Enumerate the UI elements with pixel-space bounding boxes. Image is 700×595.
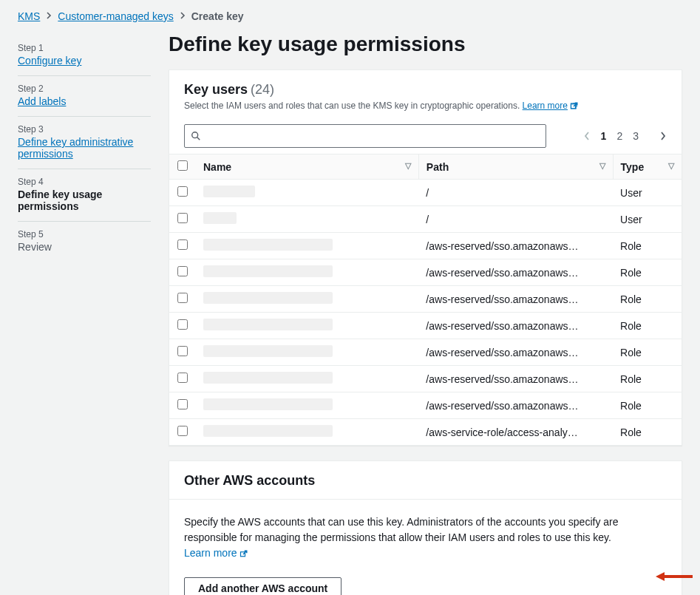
cell-type: Role xyxy=(613,339,682,366)
row-checkbox[interactable] xyxy=(177,213,188,223)
cell-path: /aws-reserved/sso.amazonaws… xyxy=(418,392,613,419)
step-1[interactable]: Step 1Configure key xyxy=(18,35,151,76)
table-row: /aws-reserved/sso.amazonaws…Role xyxy=(169,286,682,313)
row-checkbox[interactable] xyxy=(177,373,188,383)
row-checkbox[interactable] xyxy=(177,319,188,330)
other-accounts-learn-more-link[interactable]: Learn more xyxy=(184,545,248,561)
table-row: /aws-reserved/sso.amazonaws…Role xyxy=(169,392,682,419)
redacted-name xyxy=(203,345,333,357)
redacted-name xyxy=(203,398,333,410)
page-title: Define key usage permissions xyxy=(169,33,682,56)
sort-icon: ▽ xyxy=(599,161,605,171)
chevron-right-icon xyxy=(180,11,186,22)
cell-name xyxy=(196,339,418,366)
other-accounts-panel: Other AWS accounts Specify the AWS accou… xyxy=(169,460,682,595)
pagination-prev[interactable] xyxy=(583,131,591,141)
key-users-learn-more-link[interactable]: Learn more xyxy=(523,101,579,111)
cell-name xyxy=(196,233,418,259)
cell-path: /aws-reserved/sso.amazonaws… xyxy=(418,286,613,313)
row-checkbox[interactable] xyxy=(177,346,188,356)
chevron-right-icon xyxy=(659,131,667,141)
svg-point-3 xyxy=(192,132,198,138)
cell-path: /aws-reserved/sso.amazonaws… xyxy=(418,233,613,259)
step-title[interactable]: Configure key xyxy=(18,55,151,67)
column-path[interactable]: Path▽ xyxy=(418,154,613,180)
row-checkbox[interactable] xyxy=(177,186,188,197)
cell-name xyxy=(196,419,418,446)
step-title[interactable]: Define key administrative permissions xyxy=(18,136,151,160)
page-3[interactable]: 3 xyxy=(633,130,639,142)
step-2[interactable]: Step 2Add labels xyxy=(18,76,151,117)
column-type[interactable]: Type▽ xyxy=(613,154,682,180)
step-label: Step 1 xyxy=(18,43,151,53)
table-row: /aws-reserved/sso.amazonaws…Role xyxy=(169,339,682,366)
pagination: 123 xyxy=(583,130,667,142)
add-aws-account-button[interactable]: Add another AWS account xyxy=(184,577,341,595)
select-all-checkbox[interactable] xyxy=(177,160,188,171)
step-label: Step 4 xyxy=(18,177,151,187)
row-checkbox[interactable] xyxy=(177,426,188,436)
cell-path: / xyxy=(418,180,613,206)
search-input[interactable] xyxy=(201,130,540,142)
cell-type: User xyxy=(613,206,682,233)
cell-name xyxy=(196,259,418,286)
redacted-name xyxy=(203,292,333,304)
step-title: Review xyxy=(18,241,151,253)
step-title[interactable]: Add labels xyxy=(18,95,151,107)
cell-name xyxy=(196,286,418,313)
redacted-name xyxy=(203,265,333,277)
svg-line-4 xyxy=(197,137,200,140)
chevron-left-icon xyxy=(583,131,591,141)
search-icon xyxy=(191,131,201,141)
cell-type: Role xyxy=(613,233,682,259)
row-checkbox[interactable] xyxy=(177,293,188,303)
key-users-count: (24) xyxy=(251,82,274,97)
redacted-name xyxy=(203,212,237,224)
breadcrumb-customer-managed-keys[interactable]: Customer-managed keys xyxy=(58,10,173,22)
cell-type: Role xyxy=(613,392,682,419)
redacted-name xyxy=(203,372,333,384)
breadcrumb-current: Create key xyxy=(191,10,244,22)
row-checkbox[interactable] xyxy=(177,399,188,409)
row-checkbox[interactable] xyxy=(177,239,188,250)
cell-type: Role xyxy=(613,286,682,313)
cell-path: /aws-reserved/sso.amazonaws… xyxy=(418,339,613,366)
wizard-sidebar: Step 1Configure keyStep 2Add labelsStep … xyxy=(18,30,151,595)
page-1[interactable]: 1 xyxy=(601,130,607,142)
redacted-name xyxy=(203,425,333,437)
redacted-name xyxy=(203,186,255,197)
search-input-wrap[interactable] xyxy=(184,124,546,148)
page-2[interactable]: 2 xyxy=(616,130,622,142)
cell-type: Role xyxy=(613,259,682,286)
external-link-icon xyxy=(570,101,579,110)
pagination-next[interactable] xyxy=(659,131,667,141)
step-label: Step 2 xyxy=(18,84,151,94)
cell-name xyxy=(196,206,418,233)
breadcrumb-kms[interactable]: KMS xyxy=(18,10,40,22)
learn-more-label: Learn more xyxy=(184,545,237,561)
sort-icon: ▽ xyxy=(405,161,411,171)
table-row: /aws-reserved/sso.amazonaws…Role xyxy=(169,233,682,259)
step-title: Define key usage permissions xyxy=(18,188,151,212)
cell-name xyxy=(196,392,418,419)
table-row: /aws-reserved/sso.amazonaws…Role xyxy=(169,366,682,392)
column-name[interactable]: Name▽ xyxy=(196,154,418,180)
table-row: /aws-service-role/access-analy…Role xyxy=(169,419,682,446)
cell-path: /aws-reserved/sso.amazonaws… xyxy=(418,313,613,339)
row-checkbox[interactable] xyxy=(177,266,188,276)
cell-type: Role xyxy=(613,313,682,339)
redacted-name xyxy=(203,239,333,251)
learn-more-label: Learn more xyxy=(523,101,568,111)
redacted-name xyxy=(203,319,333,330)
table-row: /aws-reserved/sso.amazonaws…Role xyxy=(169,259,682,286)
cell-type: Role xyxy=(613,366,682,392)
chevron-right-icon xyxy=(46,11,52,22)
cell-type: User xyxy=(613,180,682,206)
key-users-table: Name▽ Path▽ Type▽ /User/User/aws-reserve… xyxy=(169,154,682,445)
step-3[interactable]: Step 3Define key administrative permissi… xyxy=(18,117,151,169)
sort-icon: ▽ xyxy=(668,161,674,171)
step-4: Step 4Define key usage permissions xyxy=(18,169,151,222)
table-row: /User xyxy=(169,206,682,233)
cell-type: Role xyxy=(613,419,682,446)
breadcrumb: KMS Customer-managed keys Create key xyxy=(0,0,700,30)
